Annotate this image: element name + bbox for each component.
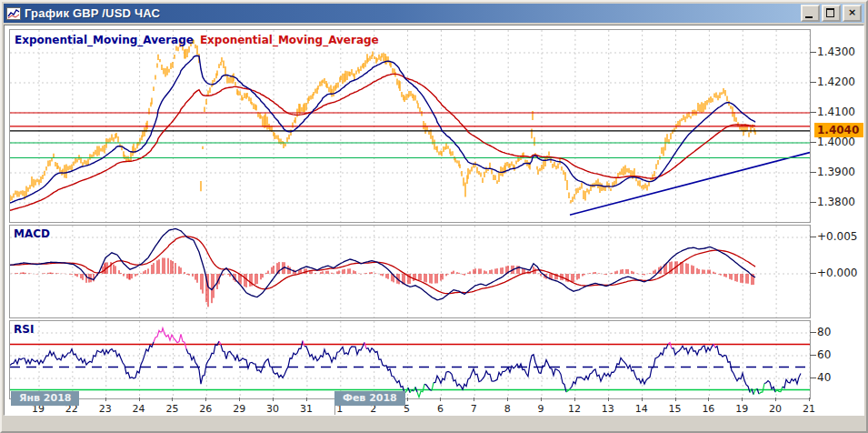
y-axis-tick bbox=[810, 355, 816, 356]
ema-slow-line bbox=[10, 74, 755, 210]
rsi-line-segment bbox=[366, 348, 404, 394]
x-axis-tick bbox=[139, 398, 140, 401]
rsi-line-segment bbox=[304, 343, 364, 363]
rsi-line-segment bbox=[154, 328, 186, 349]
rsi-line-segment bbox=[783, 374, 801, 388]
month-badge: Янв 2018 bbox=[11, 391, 79, 406]
x-axis-tick bbox=[105, 398, 106, 401]
x-axis-label: 13 bbox=[593, 403, 624, 415]
x-axis-tick bbox=[541, 398, 542, 401]
y-axis-tick bbox=[810, 237, 816, 237]
y-axis-tick bbox=[810, 82, 816, 83]
y-axis-label: 60 bbox=[817, 348, 831, 361]
rsi-chart-canvas bbox=[10, 321, 810, 398]
price-panel[interactable]: Exponential_Moving_AverageExponential_Mo… bbox=[9, 29, 811, 223]
x-axis-tick bbox=[306, 398, 307, 401]
x-axis: 1922232425262930311256789121314151619202… bbox=[9, 398, 827, 416]
rsi-line-segment bbox=[10, 342, 154, 378]
trendline bbox=[570, 153, 810, 216]
x-axis-tick bbox=[642, 398, 643, 401]
y-axis-tick bbox=[810, 142, 816, 143]
y-axis-tick bbox=[810, 378, 816, 378]
x-axis-label: 29 bbox=[224, 403, 254, 415]
y-axis-tick bbox=[810, 172, 816, 173]
x-axis-label: 19 bbox=[726, 403, 757, 415]
y-axis-label: 1.4200 bbox=[817, 76, 855, 88]
window-title: График GBP /USD ЧАС bbox=[25, 6, 801, 20]
x-axis-label: 9 bbox=[525, 403, 556, 415]
indicator-legend: Exponential_Moving_AverageExponential_Mo… bbox=[15, 34, 379, 46]
chart-window: График GBP /USD ЧАС × Exponential_Moving… bbox=[0, 0, 868, 433]
x-axis-tick bbox=[708, 398, 709, 401]
y-axis-label: 1.4300 bbox=[817, 45, 855, 58]
rsi-line-segment bbox=[715, 347, 750, 393]
x-axis-label: 15 bbox=[660, 403, 691, 415]
x-axis-tick bbox=[608, 398, 609, 401]
x-axis-label: 24 bbox=[124, 403, 155, 415]
macd-panel-label: MACD bbox=[14, 227, 50, 240]
x-axis-label: 31 bbox=[291, 403, 322, 415]
title-bar[interactable]: График GBP /USD ЧАС × bbox=[4, 4, 864, 23]
rsi-line-segment bbox=[303, 341, 304, 347]
x-axis-tick bbox=[809, 398, 810, 401]
x-axis-tick bbox=[172, 398, 173, 401]
x-axis-tick bbox=[775, 398, 776, 401]
candlestick-series bbox=[10, 39, 755, 204]
ema-slow-legend-label: Exponential_Moving_Average bbox=[200, 34, 379, 46]
x-axis-label: 26 bbox=[190, 403, 221, 415]
x-axis-tick bbox=[675, 398, 676, 401]
x-axis-label: 8 bbox=[492, 403, 523, 415]
x-axis-label: 23 bbox=[90, 403, 121, 415]
x-axis-tick bbox=[742, 398, 743, 401]
x-axis-tick bbox=[507, 398, 508, 401]
y-axis-label: +0.005 bbox=[817, 230, 857, 243]
y-axis-label: 40 bbox=[817, 371, 831, 384]
minimize-icon bbox=[805, 16, 813, 18]
rsi-line-segment bbox=[672, 344, 713, 355]
x-axis-label: 20 bbox=[760, 403, 791, 415]
x-axis-label: 25 bbox=[156, 403, 187, 415]
close-icon: × bbox=[844, 5, 860, 19]
x-axis-tick bbox=[440, 398, 441, 401]
chart-window-icon bbox=[6, 7, 21, 20]
close-button[interactable]: × bbox=[843, 5, 862, 22]
y-axis-tick bbox=[810, 332, 816, 333]
minimize-button[interactable] bbox=[801, 5, 820, 22]
ema-fast-legend-label: Exponential_Moving_Average bbox=[15, 34, 194, 46]
maximize-icon bbox=[826, 8, 834, 17]
rsi-line-segment bbox=[759, 384, 764, 395]
rsi-line-segment bbox=[364, 343, 366, 349]
macd-chart-canvas bbox=[10, 226, 810, 317]
rsi-line-segment bbox=[417, 384, 424, 397]
rsi-line-segment bbox=[221, 341, 303, 378]
macd-panel[interactable]: MACD bbox=[9, 225, 811, 318]
price-chart-canvas bbox=[10, 30, 810, 222]
rsi-line-segment bbox=[668, 343, 672, 349]
macd-line bbox=[10, 228, 755, 299]
x-axis-tick bbox=[239, 398, 240, 401]
x-axis-label: 14 bbox=[626, 403, 657, 415]
x-axis-label: 16 bbox=[693, 403, 723, 415]
x-axis-tick bbox=[474, 398, 474, 401]
current-price-tag: 1.4040 bbox=[814, 123, 864, 137]
x-axis-label: 30 bbox=[257, 403, 288, 415]
rsi-line-segment bbox=[764, 381, 775, 393]
y-axis-label: 1.3900 bbox=[817, 166, 855, 178]
y-axis-tick bbox=[810, 273, 816, 274]
x-axis-label: 21 bbox=[793, 403, 824, 415]
x-axis-tick bbox=[574, 398, 575, 401]
y-axis-tick bbox=[810, 52, 816, 53]
y-axis-label: 1.4100 bbox=[817, 106, 855, 118]
x-axis-tick bbox=[273, 398, 274, 401]
chart-client-area: Exponential_Moving_AverageExponential_Mo… bbox=[4, 25, 864, 416]
maximize-button[interactable] bbox=[822, 5, 841, 22]
y-axis-tick bbox=[810, 112, 816, 113]
x-axis-label: 7 bbox=[458, 403, 489, 415]
rsi-line-segment bbox=[186, 341, 219, 384]
x-axis-tick bbox=[407, 398, 408, 401]
month-badge: Фев 2018 bbox=[334, 391, 405, 406]
x-axis-tick bbox=[205, 398, 206, 401]
x-axis-label: 6 bbox=[424, 403, 455, 415]
rsi-line-segment bbox=[434, 355, 566, 392]
rsi-panel[interactable]: RSI bbox=[9, 320, 811, 399]
